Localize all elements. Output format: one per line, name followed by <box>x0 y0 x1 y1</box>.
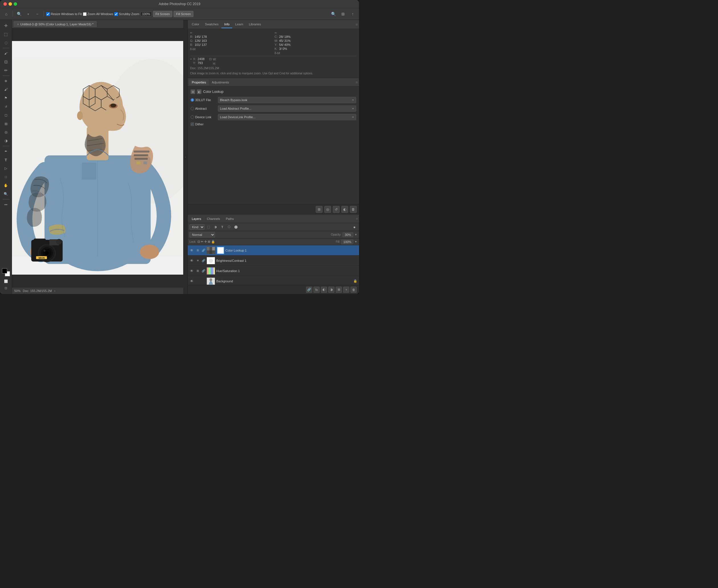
zoom-tool-button[interactable]: 🔍 <box>15 10 23 18</box>
fx-button[interactable]: fx <box>313 287 320 293</box>
link-layers-button[interactable]: 🔗 <box>306 287 312 293</box>
tab-swatches[interactable]: Swatches <box>202 21 221 28</box>
healing-brush-tool[interactable]: ⊕ <box>2 77 10 85</box>
gradient-tool[interactable]: ▤ <box>2 120 10 128</box>
lasso-tool[interactable]: ◌ <box>2 39 10 47</box>
crop-tool[interactable]: ⊡ <box>2 58 10 66</box>
fill-screen-button[interactable]: Fill Screen <box>173 11 193 17</box>
info-panel-menu-icon[interactable]: ≡ <box>356 22 358 27</box>
dodge-tool[interactable]: ◑ <box>2 137 10 145</box>
filter-toggle-icon[interactable]: ● <box>352 224 357 230</box>
layer-item-brightness[interactable]: 👁 ☀ 🔗 Brightness/Contrast 1 <box>188 255 359 266</box>
tab-adjustments[interactable]: Adjustments <box>209 80 232 85</box>
extra-tools[interactable]: ••• <box>2 201 10 209</box>
move-tool[interactable]: ✛ <box>2 22 10 29</box>
delete-adjustment-button[interactable]: 🗑 <box>350 206 357 213</box>
blend-mode-select[interactable]: Normal Multiply Screen Overlay <box>189 232 215 237</box>
foreground-color-swatch[interactable] <box>2 268 7 273</box>
type-tool[interactable]: T <box>2 156 10 164</box>
maximize-button[interactable] <box>14 2 17 6</box>
tab-channels[interactable]: Channels <box>204 216 223 222</box>
shape-tool[interactable]: □ <box>2 173 10 181</box>
screen-mode-button[interactable]: ⊡ <box>3 285 9 291</box>
fill-arrow[interactable]: ▼ <box>355 240 357 243</box>
fill-input[interactable]: 100% <box>341 239 353 244</box>
reset-button[interactable]: ↺ <box>333 206 340 213</box>
filter-shape-icon[interactable]: ⬡ <box>226 224 232 230</box>
filter-smart-icon[interactable]: ⬤ <box>233 224 239 230</box>
layer-item-color-lookup[interactable]: 👁 ⊞ 🔗 Color Lookup 1 <box>188 245 359 255</box>
tab-paths[interactable]: Paths <box>223 216 237 222</box>
resize-windows-checkbox[interactable] <box>46 12 50 16</box>
brush-tool[interactable]: 🖌 <box>2 85 10 93</box>
opacity-input[interactable]: 30% <box>342 232 353 237</box>
layer-eye-background[interactable]: 👁 <box>189 279 194 284</box>
tab-color[interactable]: Color <box>189 21 202 28</box>
lut-radio[interactable] <box>191 98 194 102</box>
fit-screen-button[interactable]: Fit Screen <box>153 11 172 17</box>
color-swatches[interactable] <box>2 268 10 276</box>
layer-eye-color-lookup[interactable]: 👁 <box>189 248 194 253</box>
layer-item-hue[interactable]: 👁 ⊞ 🔗 <box>188 266 359 276</box>
zoom-input[interactable]: 100% <box>141 12 152 16</box>
eyedropper-tool[interactable]: ✏ <box>2 66 10 75</box>
layer-link-icon-2[interactable]: 🔗 <box>202 259 206 262</box>
path-select-tool[interactable]: ▷ <box>2 164 10 172</box>
layer-eye-brightness[interactable]: 👁 <box>189 258 194 263</box>
delete-layer-button[interactable]: 🗑 <box>351 287 357 293</box>
canvas-tab-active[interactable]: ✕ Untitled-3 @ 50% (Color Lookup 1, Laye… <box>14 21 97 27</box>
add-mask-button[interactable]: ◐ <box>321 287 327 293</box>
layer-eye-hue[interactable]: 👁 <box>189 269 194 273</box>
eraser-tool[interactable]: ◻ <box>2 111 10 119</box>
filter-pixel-icon[interactable]: ⬚ <box>206 224 211 230</box>
mask-button[interactable]: ◐ <box>341 206 348 213</box>
layer-link-icon-1[interactable]: 🔗 <box>202 248 206 252</box>
new-layer-button[interactable]: ＋ <box>343 287 349 293</box>
layer-link-icon-3[interactable]: 🔗 <box>202 269 206 273</box>
close-button[interactable] <box>3 2 7 6</box>
filter-type-icon[interactable]: T <box>219 224 225 230</box>
tab-properties[interactable]: Properties <box>189 80 209 85</box>
pen-tool[interactable]: ✒ <box>2 147 10 155</box>
scrubby-zoom-checkbox[interactable] <box>114 12 118 16</box>
panel-collapse-button[interactable]: ‹ <box>183 20 188 294</box>
arrange-button[interactable]: ⊞ <box>339 10 347 18</box>
tab-libraries[interactable]: Libraries <box>246 21 264 28</box>
lock-position-icon[interactable]: ✛ <box>204 240 207 244</box>
lock-artboard-icon[interactable]: ⊞ <box>208 240 210 244</box>
abstract-radio[interactable] <box>191 107 194 110</box>
visibility-button[interactable]: ◎ <box>324 206 331 213</box>
minimize-button[interactable] <box>8 2 12 6</box>
zoom-out-button[interactable]: − <box>33 10 41 18</box>
layer-item-background[interactable]: 👁 Background 🔒 <box>188 276 359 285</box>
zoom-all-checkbox[interactable] <box>83 12 87 16</box>
new-adjustment-button[interactable]: ◑ <box>328 287 335 293</box>
device-link-radio[interactable] <box>191 115 194 119</box>
device-link-dropdown[interactable]: Load DeviceLink Profile... ▼ <box>218 114 356 120</box>
layers-menu-icon[interactable]: ≡ <box>356 217 358 220</box>
tab-info[interactable]: Info <box>221 21 232 28</box>
tab-layers[interactable]: Layers <box>189 216 204 222</box>
lock-all-icon[interactable]: 🔒 <box>211 240 215 244</box>
blur-tool[interactable]: ◎ <box>2 128 10 136</box>
properties-menu-icon[interactable]: ≡ <box>356 80 358 85</box>
hand-tool[interactable]: ✋ <box>2 182 10 189</box>
share-button[interactable]: ↑ <box>349 10 357 18</box>
history-brush-tool[interactable]: ↺ <box>2 103 10 110</box>
new-group-button[interactable]: ⊞ <box>336 287 342 293</box>
lock-transparent-icon[interactable]: ⊡ <box>197 240 200 244</box>
lock-image-icon[interactable]: ✏ <box>201 240 204 244</box>
scroll-arrow[interactable]: › <box>54 289 55 293</box>
add-layer-button[interactable]: ⊞ <box>316 206 322 213</box>
tab-close-icon[interactable]: ✕ <box>17 23 19 26</box>
lut-dropdown[interactable]: Bleach Bypass.look ▼ <box>218 97 356 103</box>
zoom-in-button[interactable]: + <box>24 10 32 18</box>
quick-mask-button[interactable]: ⬜ <box>3 278 9 284</box>
tab-learn[interactable]: Learn <box>232 21 246 28</box>
opacity-arrow[interactable]: ▼ <box>355 233 357 236</box>
search-button[interactable]: 🔍 <box>330 10 337 18</box>
dither-checkbox[interactable]: ✓ <box>191 123 194 126</box>
filter-adjust-icon[interactable]: ◑ <box>213 224 218 230</box>
home-button[interactable]: ⌂ <box>2 10 10 18</box>
quick-select-tool[interactable]: 🖌 <box>2 49 10 57</box>
